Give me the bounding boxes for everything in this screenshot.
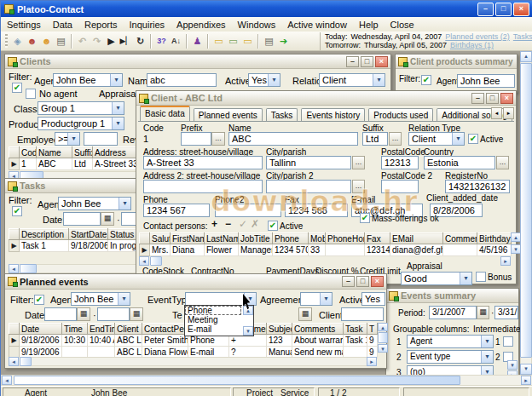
cell-birthday[interactable]: 4/5/196 — [477, 244, 512, 256]
active-checkbox[interactable]: ✔ — [468, 134, 478, 144]
scroll-right-icon[interactable]: ▸ — [521, 376, 531, 385]
tab-scroll-right-icon[interactable]: ▸ — [503, 107, 514, 119]
chevron-down-icon[interactable]: ▾ — [112, 102, 124, 114]
col-subject[interactable]: Subject — [267, 324, 292, 335]
calendar-icon[interactable]: ▦ — [477, 306, 489, 319]
open-folder-icon[interactable]: ▭ — [211, 34, 226, 49]
clients-titlebar[interactable]: Clients – □ × — [5, 55, 390, 69]
col-suffix[interactable]: Suffix — [72, 147, 93, 158]
tab-scroll-left-icon[interactable]: ◂ — [491, 107, 502, 119]
cell-comments[interactable]: About warranty — [292, 335, 344, 347]
prefix-input[interactable] — [181, 132, 211, 146]
date-to-input[interactable] — [97, 307, 130, 321]
minimize-icon[interactable]: – — [346, 56, 359, 67]
events-summary-titlebar[interactable]: Events summary — [386, 289, 518, 303]
register-input[interactable]: 14321326132 — [445, 180, 510, 193]
scroll-left-icon[interactable]: ◂ — [9, 264, 19, 273]
maximize-icon[interactable]: □ — [495, 3, 512, 16]
planned-hscrollbar[interactable] — [9, 357, 377, 366]
scroll-left-icon[interactable]: ◂ — [139, 256, 149, 266]
chevron-down-icon[interactable]: ▾ — [452, 133, 464, 145]
menu-windows[interactable]: Windows — [232, 19, 282, 31]
tasks-link[interactable]: Tasks (1) — [513, 32, 532, 41]
cell-suffix[interactable]: Ltd — [72, 158, 93, 170]
col-code[interactable]: Code — [20, 147, 37, 158]
scroll-down-icon[interactable]: ▾ — [507, 360, 518, 370]
bonus-checkbox[interactable] — [476, 272, 486, 282]
cell-lastname[interactable]: Flower — [205, 244, 239, 256]
col-status[interactable]: Status — [108, 229, 139, 240]
close-icon[interactable]: × — [500, 93, 513, 104]
no-agent-checkbox[interactable] — [26, 89, 36, 99]
relation-type-select[interactable]: Client ▾ — [408, 132, 465, 146]
agent-select[interactable]: John Bee ▾ — [71, 292, 130, 306]
menu-reports[interactable]: Reports — [78, 19, 124, 31]
filter-checkbox[interactable]: ✔ — [421, 75, 431, 85]
export-icon[interactable]: ➔ — [276, 34, 291, 49]
last-record-icon[interactable]: ▶▏ — [119, 34, 133, 49]
ellipsis-button[interactable]: ... — [211, 132, 225, 146]
query-wizard-icon[interactable]: 3? — [154, 34, 169, 49]
col-time[interactable]: Time — [62, 324, 88, 335]
products-summary-titlebar[interactable]: Client products summary — [396, 55, 517, 69]
menu-inquiries[interactable]: Inquiries — [124, 19, 171, 31]
birthdays-link[interactable]: Birthdays (1) — [450, 41, 494, 49]
agent-info-icon[interactable]: ♟ — [190, 34, 205, 49]
close-icon[interactable]: × — [371, 276, 384, 287]
maximize-icon[interactable]: □ — [486, 93, 499, 104]
clear-icon[interactable]: ◈ — [10, 34, 25, 49]
contact-persons-icon[interactable]: ☻ — [39, 34, 54, 49]
scroll-down-icon[interactable]: ▾ — [520, 364, 532, 375]
calendar-icon[interactable]: ▦ — [130, 307, 143, 321]
scrollbar-thumb[interactable] — [378, 332, 388, 343]
product-select[interactable]: Productgroup 1 ▾ — [38, 117, 124, 130]
cell-subject[interactable]: 123 — [267, 335, 292, 347]
cell-t[interactable]: 9 — [367, 335, 378, 347]
cell-comments[interactable] — [443, 244, 477, 256]
cell-firstname[interactable]: Diana — [171, 244, 205, 256]
col-startdate[interactable]: StartDate — [69, 229, 108, 240]
filter-checkbox[interactable]: ✔ — [12, 83, 22, 93]
cell-description[interactable]: Task 1 — [20, 240, 69, 252]
cell-time[interactable]: 10:30 — [62, 335, 88, 347]
relation-select[interactable]: Client ▾ — [319, 73, 385, 87]
suffix-input[interactable]: Ltd — [362, 132, 388, 146]
employees-input[interactable] — [84, 132, 118, 146]
menu-active-window[interactable]: Active window — [281, 19, 353, 31]
contact-active-checkbox[interactable]: ✔ — [268, 221, 278, 231]
ellipsis-button[interactable]: ... — [352, 156, 365, 169]
chevron-down-icon[interactable]: ▾ — [373, 74, 385, 86]
chevron-down-icon[interactable]: ▾ — [320, 293, 332, 305]
scroll-down-icon[interactable]: ▾ — [243, 326, 253, 336]
redo-icon[interactable]: ↷ — [90, 34, 104, 49]
country-input[interactable]: Estonia — [424, 156, 495, 169]
minimize-icon[interactable]: – — [342, 276, 355, 287]
menu-data[interactable]: Data — [47, 19, 78, 31]
col-salut[interactable]: Salut — [150, 233, 171, 244]
name-input[interactable]: ABC — [228, 132, 358, 146]
cell-code[interactable]: 1 — [20, 158, 37, 170]
scrollbar-thumb[interactable] — [20, 264, 37, 273]
chevron-down-icon[interactable]: ▾ — [119, 198, 130, 209]
folder-refresh-icon[interactable]: ▭ — [226, 34, 240, 49]
remove-contact-icon[interactable]: − — [225, 218, 231, 230]
postal-input[interactable]: 12313 — [381, 156, 419, 169]
folder-new-icon[interactable]: ▭ — [240, 34, 255, 49]
date-input[interactable] — [63, 212, 101, 226]
tab-basic-data[interactable]: Basic data — [140, 106, 190, 122]
col-comments[interactable]: Comments — [443, 233, 477, 244]
menu-close[interactable]: Close — [385, 19, 420, 31]
cell-jobtitle[interactable]: Manager — [239, 244, 273, 256]
active-input[interactable]: Yes — [361, 292, 385, 306]
menu-appendixes[interactable]: Appendixes — [171, 19, 232, 31]
scroll-left-icon[interactable]: ◂ — [9, 357, 19, 366]
cell-salut[interactable]: Mrs. — [150, 244, 171, 256]
address-input[interactable]: A-Street 33 — [143, 156, 263, 169]
client-detail-titlebar[interactable]: Client - ABC Ltd – □ × — [136, 91, 516, 106]
calendar-icon[interactable]: ▦ — [101, 212, 114, 226]
col-firstname[interactable]: FirstName — [171, 233, 205, 244]
app-titlebar[interactable]: Platoo-Contact – □ × — [1, 1, 532, 17]
cell-phone[interactable]: 1234 570 — [273, 244, 309, 256]
tab-events-history[interactable]: Events history — [301, 108, 365, 122]
cell-date[interactable]: 9/18/2006 — [20, 335, 62, 347]
